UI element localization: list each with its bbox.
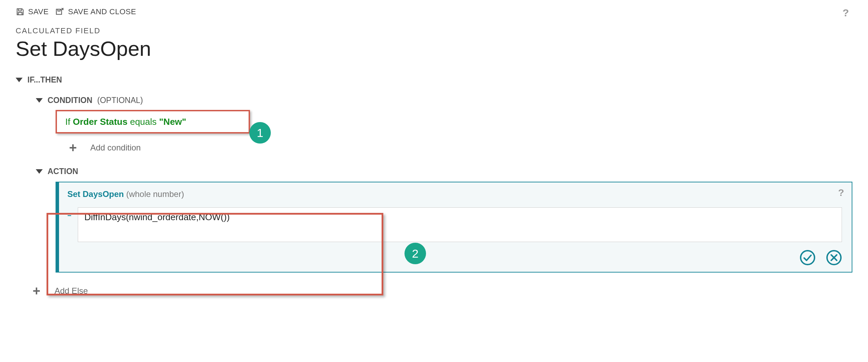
save-icon	[16, 7, 25, 16]
svg-point-0	[801, 251, 815, 265]
page-title: Set DaysOpen	[16, 37, 852, 61]
section-action[interactable]: ACTION	[36, 167, 852, 176]
section-if-then[interactable]: IF...THEN	[16, 75, 852, 85]
add-else-button[interactable]: + Add Else	[30, 284, 852, 298]
equals-icon: =	[67, 211, 72, 219]
save-button[interactable]: SAVE	[16, 7, 49, 16]
plus-icon: +	[30, 284, 43, 298]
save-label: SAVE	[28, 7, 49, 16]
callout-1-text: 1	[257, 126, 264, 140]
add-else-label: Add Else	[55, 286, 88, 296]
condition-optional-label: (OPTIONAL)	[97, 96, 143, 105]
page-subtitle: CALCULATED FIELD	[16, 26, 852, 35]
callout-badge-2: 2	[404, 243, 426, 264]
formula-input[interactable]: DiffInDays(nwind_orderdate,NOW())	[78, 207, 842, 242]
toolbar: SAVE SAVE AND CLOSE	[16, 7, 852, 17]
condition-field: Order Status	[73, 117, 128, 127]
action-title: Set DaysOpen (whole number)	[67, 189, 842, 199]
section-condition[interactable]: CONDITION (OPTIONAL)	[36, 96, 852, 105]
save-close-icon	[55, 7, 65, 17]
condition-label: CONDITION	[48, 96, 92, 105]
condition-value: "New"	[159, 117, 186, 127]
action-set-name: Set DaysOpen	[67, 189, 124, 199]
action-label: ACTION	[48, 167, 78, 176]
add-condition-button[interactable]: + Add condition	[66, 141, 852, 154]
callout-badge-1: 1	[249, 122, 271, 144]
condition-if-keyword: If	[65, 117, 70, 127]
caret-down-icon	[36, 98, 43, 103]
add-condition-label: Add condition	[90, 143, 141, 153]
action-panel: ? Set DaysOpen (whole number) = DiffInDa…	[56, 182, 852, 273]
condition-expression[interactable]: If Order Status equals "New"	[56, 110, 250, 133]
help-icon[interactable]: ?	[843, 7, 849, 19]
save-close-label: SAVE AND CLOSE	[68, 7, 136, 16]
save-and-close-button[interactable]: SAVE AND CLOSE	[55, 7, 136, 17]
plus-icon: +	[66, 141, 80, 154]
action-type: (whole number)	[126, 189, 184, 199]
caret-down-icon	[16, 78, 23, 82]
action-help-icon[interactable]: ?	[838, 187, 844, 198]
caret-down-icon	[36, 169, 43, 174]
callout-2-text: 2	[412, 247, 419, 260]
if-then-label: IF...THEN	[27, 75, 62, 85]
condition-operator: equals	[130, 117, 157, 127]
cancel-button[interactable]	[826, 250, 842, 266]
confirm-button[interactable]	[800, 250, 816, 266]
